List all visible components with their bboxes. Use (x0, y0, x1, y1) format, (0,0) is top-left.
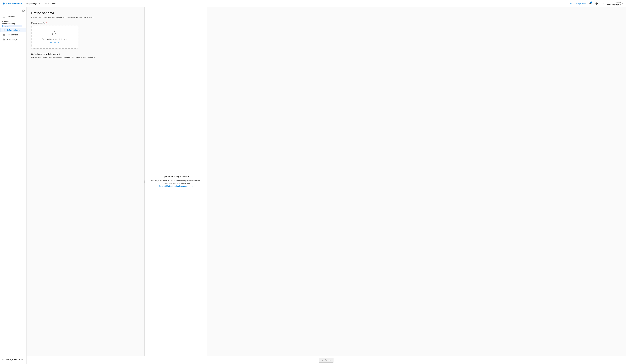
svg-rect-13 (4, 38, 4, 39)
breadcrumb-sep-2: / (42, 2, 42, 4)
template-section-subtitle: Upload your data to see the scenario tem… (31, 56, 140, 58)
sidebar-item-test-analyzer[interactable]: Test analyzer (0, 32, 26, 37)
sidebar-item-overview-label: Overview (7, 15, 15, 18)
topbar: Azure AI Foundry / sample-project / Defi… (0, 0, 626, 7)
project-name: sample-project (607, 3, 621, 5)
required-indicator: * (46, 22, 47, 24)
template-section-title: Select one template to start (31, 53, 140, 55)
sidebar-toggle-area (0, 8, 26, 14)
content-area: Define schema Review fields from selecte… (27, 7, 626, 364)
breadcrumb-sep-1: / (24, 2, 24, 4)
sidebar: Overview Content Understanding PREVIEW D… (0, 7, 27, 364)
upload-cloud-icon (52, 31, 58, 37)
topbar-right: All hubs + projects 1 Project sample-pro… (570, 1, 624, 6)
notification-badge: 1 (590, 1, 592, 3)
project-selector[interactable]: Project sample-project (607, 1, 624, 5)
svg-point-5 (4, 30, 4, 30)
page-title: Define schema (31, 11, 140, 15)
sidebar-item-build-analyzer[interactable]: Build analyzer (0, 37, 26, 42)
svg-rect-12 (3, 39, 4, 40)
upload-label: Upload a test file * (31, 22, 140, 24)
sidebar-item-test-analyzer-label: Test analyzer (7, 34, 18, 36)
checkmark-icon (322, 359, 324, 361)
notification-button[interactable]: 1 (588, 1, 592, 6)
sidebar-section-label: Content Understanding (2, 20, 22, 25)
sidebar-toggle-button[interactable] (22, 9, 25, 13)
page-main: Define schema Review fields from selecte… (27, 7, 144, 356)
browse-file-link[interactable]: Browse file (50, 41, 59, 44)
breadcrumb: sample-project / Define schema (26, 2, 56, 4)
preview-panel: Upload a file to get started Once upload… (145, 7, 207, 356)
user-icon (602, 2, 604, 5)
upload-dropzone[interactable]: Drag and drop one file here or Browse fi… (31, 26, 78, 49)
breadcrumb-project[interactable]: sample-project (26, 2, 41, 4)
svg-rect-1 (22, 10, 24, 11)
app-name: Azure AI Foundry (6, 2, 22, 4)
sidebar-item-overview[interactable]: Overview (0, 14, 26, 19)
chevron-down-icon (39, 3, 41, 4)
preview-badge: PREVIEW (2, 25, 22, 27)
topbar-left: Azure AI Foundry / sample-project / Defi… (2, 2, 56, 5)
svg-rect-11 (3, 40, 5, 40)
sidebar-item-define-schema[interactable]: Define schema (0, 28, 26, 32)
documentation-link[interactable]: Content Understanding Documentation. (159, 185, 193, 187)
test-icon (3, 33, 5, 36)
sidebar-section-content: Content Understanding PREVIEW (0, 19, 26, 28)
bottom-bar: Create (27, 356, 626, 364)
management-center-label: Management center (6, 358, 23, 361)
app-logo[interactable]: Azure AI Foundry (2, 2, 22, 5)
breadcrumb-current: Define schema (43, 2, 56, 4)
project-chevron-icon (622, 2, 624, 4)
content-scroll: Define schema Review fields from selecte… (27, 7, 626, 356)
project-text: Project sample-project (607, 1, 621, 5)
page-subtitle: Review fields from selected template and… (31, 16, 140, 18)
build-icon (3, 38, 5, 41)
preview-empty-title: Upload a file to get started (163, 175, 189, 178)
template-section: Select one template to start Upload your… (31, 53, 140, 58)
create-button[interactable]: Create (319, 358, 334, 363)
sidebar-item-build-analyzer-label: Build analyzer (7, 38, 19, 41)
project-label: Project (616, 1, 621, 3)
panel-left-icon (22, 9, 25, 12)
schema-icon (3, 29, 5, 31)
svg-rect-3 (3, 16, 5, 17)
settings-button[interactable] (594, 1, 599, 6)
sidebar-item-define-schema-label: Define schema (7, 29, 20, 31)
main-layout: Overview Content Understanding PREVIEW D… (0, 7, 626, 364)
user-button[interactable] (601, 1, 605, 6)
management-center-item[interactable]: Management center (0, 357, 26, 362)
preview-empty-desc: Once upload a file, you can preview the … (151, 179, 200, 188)
home-icon (3, 15, 5, 18)
preview-empty-state: Upload a file to get started Once upload… (151, 175, 200, 188)
upload-drag-text: Drag and drop one file here or (42, 38, 67, 40)
all-hubs-link[interactable]: All hubs + projects (570, 2, 586, 4)
sidebar-section-header[interactable]: Content Understanding PREVIEW (2, 20, 24, 27)
gear-icon (595, 2, 598, 5)
foundry-icon (2, 2, 5, 5)
svg-point-0 (603, 3, 603, 3)
exit-icon (2, 358, 5, 361)
sidebar-bottom: Management center (0, 356, 26, 363)
chevron-up-icon (22, 23, 24, 25)
